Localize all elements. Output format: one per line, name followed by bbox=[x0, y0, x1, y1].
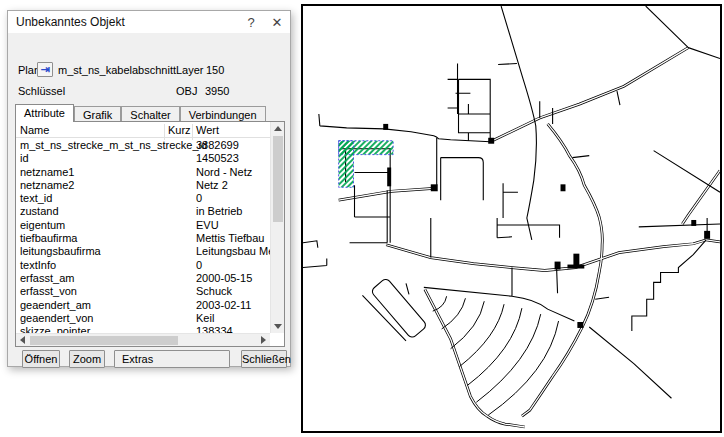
layer-value: 150 bbox=[206, 64, 224, 76]
attribute-table: Name Kurz Wert m_st_ns_strecke_m_st_ns_s… bbox=[15, 121, 285, 347]
column-separator[interactable] bbox=[192, 124, 193, 140]
vertical-scrollbar[interactable] bbox=[270, 122, 284, 333]
object-header: Plan ⇥ m_st_ns_kabelabschnitt Layer 150 … bbox=[8, 33, 290, 103]
attribute-rows: m_st_ns_strecke_m_st_ns_strecke_id388269… bbox=[16, 139, 270, 333]
obj-value: 3950 bbox=[205, 85, 229, 97]
scroll-right-icon[interactable] bbox=[261, 336, 266, 344]
dialog-titlebar[interactable]: Unbekanntes Objekt ? ✕ bbox=[8, 11, 290, 33]
attribute-row[interactable]: leitungsbaufirmaLeitungsbau Metter bbox=[16, 245, 270, 258]
attribute-row[interactable]: geaendert_am2003-02-11 bbox=[16, 299, 270, 312]
object-info-dialog: Unbekanntes Objekt ? ✕ Plan ⇥ m_st_ns_ka… bbox=[7, 10, 291, 367]
horizontal-scrollbar[interactable] bbox=[16, 333, 270, 346]
schluessel-label: Schlüssel bbox=[18, 85, 65, 97]
scroll-down-icon[interactable] bbox=[274, 324, 282, 329]
tab-bar: Attribute Grafik Schalter Verbindungen bbox=[15, 104, 266, 122]
attribute-row[interactable]: eigentumEVU bbox=[16, 219, 270, 232]
attribute-row[interactable]: geaendert_vonKeil bbox=[16, 312, 270, 325]
screen: Unbekanntes Objekt ? ✕ Plan ⇥ m_st_ns_ka… bbox=[0, 0, 724, 437]
column-header-wert[interactable]: Wert bbox=[196, 124, 219, 136]
vscroll-thumb[interactable] bbox=[273, 136, 283, 222]
open-button[interactable]: Öffnen bbox=[22, 350, 60, 368]
cable-network-map bbox=[303, 6, 720, 431]
main-roads bbox=[339, 48, 720, 427]
help-button[interactable]: ? bbox=[238, 11, 264, 33]
tab-attribute[interactable]: Attribute bbox=[15, 104, 74, 122]
close-button[interactable]: Schließen bbox=[241, 350, 287, 368]
column-separator[interactable] bbox=[164, 124, 165, 140]
close-icon[interactable]: ✕ bbox=[264, 11, 290, 33]
hscroll-thumb[interactable] bbox=[30, 336, 178, 345]
layer-label: Layer bbox=[176, 64, 204, 76]
selected-cable-segment[interactable] bbox=[339, 141, 393, 188]
dialog-title: Unbekanntes Objekt bbox=[8, 15, 125, 29]
attribute-row[interactable]: zustandin Betrieb bbox=[16, 205, 270, 218]
attribute-row[interactable]: netzname2Netz 2 bbox=[16, 179, 270, 192]
attribute-row[interactable]: text_id0 bbox=[16, 192, 270, 205]
attribute-row[interactable]: netzname1Nord - Netz bbox=[16, 166, 270, 179]
tab-schalter[interactable]: Schalter bbox=[121, 106, 179, 122]
building-parcel bbox=[370, 277, 427, 339]
obj-label: OBJ bbox=[176, 85, 197, 97]
tab-verbindungen[interactable]: Verbindungen bbox=[180, 106, 266, 122]
scroll-up-icon[interactable] bbox=[274, 126, 282, 131]
extras-button[interactable]: Extras bbox=[114, 350, 230, 368]
goto-plan-icon[interactable]: ⇥ bbox=[37, 62, 53, 77]
attribute-row[interactable]: erfasst_am2000-05-15 bbox=[16, 272, 270, 285]
attribute-row[interactable]: m_st_ns_strecke_m_st_ns_strecke_id388269… bbox=[16, 139, 270, 152]
scroll-left-icon[interactable] bbox=[20, 336, 25, 344]
map-view[interactable] bbox=[301, 4, 722, 433]
attribute-row[interactable]: textInfo0 bbox=[16, 259, 270, 272]
column-header-kurz[interactable]: Kurz bbox=[168, 124, 191, 136]
tab-grafik[interactable]: Grafik bbox=[74, 106, 121, 122]
column-header-name[interactable]: Name bbox=[20, 124, 49, 136]
plan-value: m_st_ns_kabelabschnitt bbox=[58, 64, 176, 76]
table-header[interactable]: Name Kurz Wert bbox=[16, 122, 270, 138]
attribute-row[interactable]: id1450523 bbox=[16, 152, 270, 165]
attribute-row[interactable]: tiefbaufirmaMettis Tiefbau bbox=[16, 232, 270, 245]
zoom-button[interactable]: Zoom bbox=[69, 350, 105, 368]
attribute-row[interactable]: skizze_pointer138334 bbox=[16, 325, 270, 333]
attribute-row[interactable]: erfasst_vonSchuck bbox=[16, 285, 270, 298]
